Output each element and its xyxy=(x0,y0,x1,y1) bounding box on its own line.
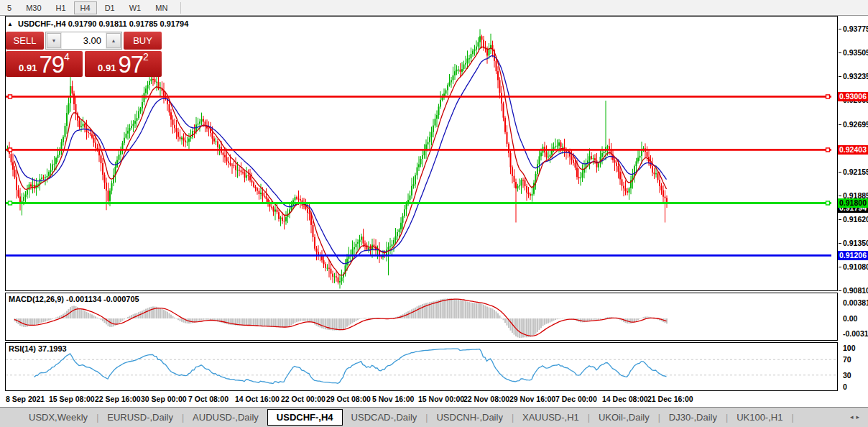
tab-xauusd-h1[interactable]: XAUUSD-,H1 xyxy=(514,412,588,423)
line-handle[interactable] xyxy=(9,148,12,152)
bid-price-display[interactable]: 0.91 79 4 xyxy=(6,51,83,77)
rsi-chart xyxy=(6,343,836,389)
hline-price-label: 0.91206 xyxy=(838,251,868,260)
price-tick: 0.92155 xyxy=(843,167,868,176)
tab-ukoil-daily[interactable]: UKOil-,Daily xyxy=(590,412,658,423)
hline-price-label: 0.92403 xyxy=(838,145,868,155)
chart-symbol-period: USDCHF-,H4 xyxy=(18,19,66,28)
timeframe-button-m5[interactable]: 5 xyxy=(1,1,18,14)
tab-separator: | xyxy=(791,413,793,423)
macd-indicator-label: MACD(12,26,9) -0.001134 -0.000705 xyxy=(9,295,139,303)
price-tick: 0.93505 xyxy=(843,48,868,57)
price-tick: 0.90810 xyxy=(843,286,868,295)
macd-signal-line xyxy=(14,299,667,336)
date-tick: 22 Oct 00:00 xyxy=(281,395,326,403)
volume-increase-button[interactable]: ▲ xyxy=(106,33,121,48)
date-tick: 15 Nov 00:00 xyxy=(418,395,464,403)
toolbar-separator xyxy=(180,2,181,14)
date-tick: 14 Oct 16:00 xyxy=(235,395,280,403)
hline-price-label: 0.91800 xyxy=(838,198,868,208)
date-tick: 8 Sep 2021 xyxy=(6,395,45,403)
date-tick: 7 Dec 00:00 xyxy=(555,395,597,403)
rsi-line xyxy=(34,349,667,383)
macd-axis-value: 0.00 xyxy=(843,314,857,323)
terminal-window: 5 M30 H1 H4 D1 W1 MN ▲ USDCHF-,H4 0.9179… xyxy=(0,0,868,427)
volume-decrease-button[interactable]: ▼ xyxy=(47,33,61,48)
line-handle[interactable] xyxy=(826,95,830,98)
sell-button[interactable]: SELL xyxy=(6,32,44,50)
timeframe-toolbar: 5 M30 H1 H4 D1 W1 MN xyxy=(0,0,868,16)
line-handle[interactable] xyxy=(9,95,12,98)
price-tick: 0.92695 xyxy=(843,120,868,129)
chart-title: ▲ USDCHF-,H4 0.91790 0.91811 0.91785 0.9… xyxy=(7,19,188,28)
bid-price-pipette: 4 xyxy=(64,52,70,61)
timeframe-button-d1[interactable]: D1 xyxy=(98,1,121,14)
tab-usdcnh-daily[interactable]: USDCNH-,Daily xyxy=(428,412,511,423)
volume-stepper: ▼ ▲ xyxy=(45,32,122,50)
tab-usdx-weekly[interactable]: USDX,Weekly xyxy=(20,412,96,423)
date-tick: 29 Oct 08:00 xyxy=(326,395,371,403)
timeframe-button-m30[interactable]: M30 xyxy=(19,1,47,14)
volume-input[interactable] xyxy=(62,32,106,49)
date-tick: 29 Nov 16:00 xyxy=(509,395,555,403)
bid-price-prefix: 0.91 xyxy=(19,61,37,75)
time-axis[interactable]: 8 Sep 2021 15 Sep 08:00 22 Sep 16:00 30 … xyxy=(5,391,838,407)
date-tick: 21 Dec 16:00 xyxy=(647,395,693,403)
rsi-axis-value: 30 xyxy=(843,371,851,380)
timeframe-button-mn[interactable]: MN xyxy=(149,1,174,14)
rsi-indicator-panel[interactable] xyxy=(5,342,838,391)
tab-audusd-daily[interactable]: AUDUSD-,Daily xyxy=(184,412,267,423)
price-axis[interactable]: 0.93775 0.93505 0.93235 0.92965 0.92695 … xyxy=(838,16,868,391)
date-tick: 15 Sep 08:00 xyxy=(49,395,95,403)
tab-dj30-daily[interactable]: DJ30-,Daily xyxy=(660,412,726,423)
line-handle[interactable] xyxy=(826,201,830,205)
rsi-axis-value: 0 xyxy=(843,382,847,391)
rsi-axis-value: 100 xyxy=(843,344,856,352)
ask-price-display[interactable]: 0.91 97 2 xyxy=(85,51,162,77)
date-tick: 5 Nov 16:00 xyxy=(372,395,414,403)
macd-axis-value: -0.003115 xyxy=(843,329,868,338)
price-tick: 0.93775 xyxy=(843,24,868,33)
ask-price-big-digits: 97 xyxy=(118,54,143,75)
buy-button[interactable]: BUY xyxy=(124,32,162,50)
line-handle[interactable] xyxy=(9,201,12,205)
date-tick: 14 Dec 08:00 xyxy=(602,395,648,403)
ma-slow-line xyxy=(14,56,667,264)
timeframe-button-w1[interactable]: W1 xyxy=(123,1,148,14)
ask-price-pipette: 2 xyxy=(143,52,149,61)
rsi-indicator-label: RSI(14) 37.1993 xyxy=(9,344,67,353)
price-tick: 0.93235 xyxy=(843,72,868,81)
chart-tab-bar: USDX,Weekly | EURUSD-,Daily | AUDUSD-,Da… xyxy=(0,407,868,427)
tab-scroll-right-icon[interactable]: ▸ xyxy=(856,413,862,421)
date-tick: 30 Sep 00:00 xyxy=(141,395,187,403)
rsi-axis-value: 70 xyxy=(843,355,851,364)
timeframe-button-h4[interactable]: H4 xyxy=(74,1,97,14)
chart-ohlc-values: 0.91790 0.91811 0.91785 0.91794 xyxy=(68,19,189,28)
price-tick: 0.91620 xyxy=(843,215,868,224)
tab-usdcad-daily[interactable]: USDCAD-,Daily xyxy=(343,412,426,423)
tab-usdchf-h4[interactable]: USDCHF-,H4 xyxy=(267,409,343,426)
price-tick: 0.91080 xyxy=(843,262,868,271)
tab-uk100-h1[interactable]: UK100-,H1 xyxy=(728,412,791,423)
date-tick: 22 Sep 16:00 xyxy=(95,395,141,403)
timeframe-button-h1[interactable]: H1 xyxy=(50,1,73,14)
macd-axis-value: 0.003811 xyxy=(843,298,868,307)
ask-price-prefix: 0.91 xyxy=(98,61,116,75)
price-tick: 0.91350 xyxy=(843,239,868,247)
date-tick: 22 Nov 08:00 xyxy=(463,395,509,403)
bid-price-big-digits: 79 xyxy=(39,54,64,75)
tab-scroll-arrows[interactable]: ◂▸ xyxy=(850,413,862,421)
date-tick: 7 Oct 08:00 xyxy=(188,395,228,403)
one-click-trading-panel: SELL ▼ ▲ BUY 0.91 79 4 0.91 97 2 xyxy=(6,32,162,77)
ma-fast-line xyxy=(14,47,667,275)
line-handle[interactable] xyxy=(826,148,830,152)
tab-eurusd-daily[interactable]: EURUSD-,Daily xyxy=(98,412,182,423)
hline-price-label: 0.93006 xyxy=(838,92,868,101)
collapse-panel-icon[interactable]: ▲ xyxy=(7,21,13,27)
